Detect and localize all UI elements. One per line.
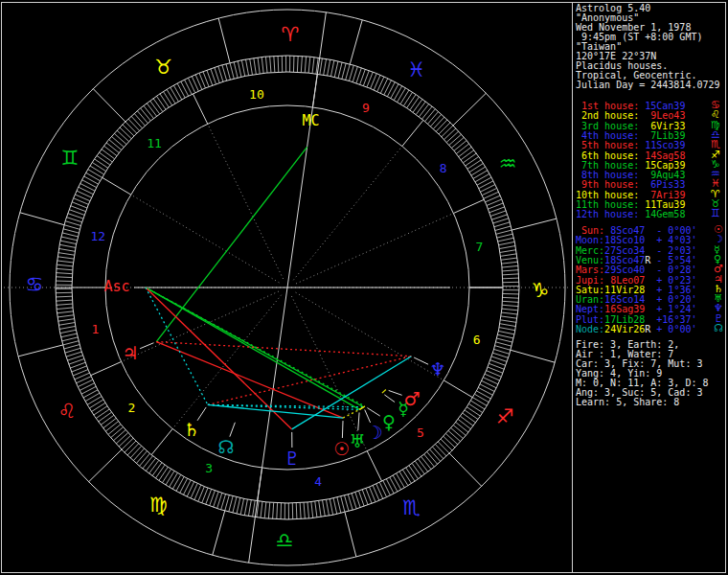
degree-tick bbox=[387, 82, 395, 97]
degree-tick bbox=[88, 170, 102, 178]
degree-tick bbox=[83, 390, 98, 398]
degree-tick bbox=[173, 85, 181, 100]
degree-tick bbox=[226, 64, 231, 80]
degree-tick bbox=[308, 57, 310, 73]
sign-boundary bbox=[20, 213, 64, 225]
degree-tick bbox=[109, 140, 122, 150]
degree-tick bbox=[399, 472, 408, 486]
sign-boundary bbox=[18, 345, 63, 356]
degree-tick bbox=[315, 501, 317, 518]
degree-tick bbox=[296, 503, 297, 519]
degree-tick bbox=[143, 456, 153, 469]
degree-tick bbox=[451, 428, 464, 439]
sign-boundary bbox=[449, 453, 482, 486]
mc-label: MC bbox=[302, 112, 319, 129]
degree-tick bbox=[464, 153, 477, 163]
degree-tick bbox=[86, 172, 101, 180]
degree-tick bbox=[278, 56, 279, 72]
degree-tick bbox=[427, 451, 438, 464]
degree-tick bbox=[170, 473, 178, 488]
degree-tick bbox=[61, 334, 78, 337]
degree-tick bbox=[353, 66, 357, 81]
degree-tick bbox=[461, 416, 474, 426]
house-cusp-divider bbox=[151, 428, 172, 454]
degree-tick bbox=[273, 503, 274, 519]
sign-boundary bbox=[512, 218, 557, 230]
degree-tick bbox=[58, 323, 75, 326]
degree-tick bbox=[183, 480, 191, 494]
sign-glyph-scorpio: ♏ bbox=[402, 496, 421, 519]
degree-tick bbox=[258, 58, 260, 74]
degree-tick bbox=[482, 188, 496, 195]
degree-tick bbox=[106, 143, 119, 153]
degree-tick bbox=[498, 331, 514, 334]
degree-tick bbox=[415, 461, 424, 474]
degree-tick bbox=[394, 86, 401, 101]
degree-tick bbox=[180, 478, 188, 493]
degree-tick bbox=[65, 348, 80, 353]
planet-glyph-mars: ♂ bbox=[403, 388, 420, 409]
degree-tick bbox=[481, 185, 495, 193]
degree-tick bbox=[409, 466, 419, 479]
degree-tick bbox=[300, 503, 301, 519]
degree-tick bbox=[501, 254, 517, 256]
degree-tick bbox=[475, 394, 489, 402]
planet-table-row: Moon:18Sco10 + 4°03' bbox=[576, 236, 696, 245]
degree-tick bbox=[495, 346, 511, 351]
degree-tick bbox=[56, 300, 72, 301]
degree-tick bbox=[248, 500, 251, 517]
degree-tick bbox=[494, 222, 510, 227]
degree-tick bbox=[499, 246, 515, 249]
degree-tick bbox=[270, 57, 271, 73]
degree-tick bbox=[383, 481, 391, 495]
house-cusp-line bbox=[172, 295, 282, 429]
degree-tick bbox=[503, 301, 519, 302]
sign-glyph-aquarius: ♒ bbox=[499, 152, 517, 175]
sign-glyph-leo: ♌ bbox=[57, 400, 76, 423]
degree-tick bbox=[125, 441, 136, 452]
degree-tick bbox=[66, 218, 81, 222]
planet-glyph-neptune: ♆ bbox=[429, 358, 445, 380]
planet-table-row: Mars:29Sco40 - 0°28' bbox=[576, 265, 696, 275]
degree-tick bbox=[503, 278, 519, 279]
degree-tick bbox=[469, 164, 483, 172]
sign-glyph-cancer: ♋ bbox=[26, 273, 44, 296]
degree-tick bbox=[56, 273, 72, 274]
degree-tick bbox=[334, 61, 338, 78]
degree-tick bbox=[57, 268, 73, 269]
degree-tick bbox=[492, 215, 508, 219]
degree-tick bbox=[402, 470, 411, 483]
degree-tick bbox=[117, 130, 129, 142]
degree-tick bbox=[67, 356, 82, 360]
house-cusp-divider bbox=[193, 94, 207, 124]
sign-boundary bbox=[511, 350, 555, 362]
degree-tick bbox=[94, 406, 107, 415]
degree-tick bbox=[57, 257, 74, 259]
degree-tick bbox=[496, 230, 512, 234]
degree-tick bbox=[446, 131, 459, 142]
degree-tick bbox=[498, 238, 514, 242]
degree-tick bbox=[133, 448, 144, 461]
house-cusp-line bbox=[296, 214, 453, 284]
degree-tick bbox=[62, 337, 79, 341]
degree-tick bbox=[111, 427, 124, 438]
degree-tick bbox=[453, 426, 466, 436]
degree-tick bbox=[311, 502, 313, 518]
degree-tick bbox=[81, 386, 96, 394]
house-cusp-divider bbox=[367, 451, 381, 481]
degree-tick bbox=[146, 458, 155, 471]
degree-tick bbox=[234, 62, 238, 79]
degree-tick bbox=[466, 407, 480, 416]
planet-pointer-mars bbox=[389, 390, 402, 395]
degree-tick bbox=[502, 309, 518, 310]
house-cusp-divider bbox=[402, 120, 423, 146]
degree-tick bbox=[92, 402, 105, 411]
degree-tick bbox=[494, 349, 510, 354]
degree-tick bbox=[140, 453, 150, 466]
degree-tick bbox=[323, 500, 326, 517]
sign-boundary bbox=[218, 18, 230, 63]
degree-tick bbox=[444, 128, 456, 140]
degree-tick bbox=[150, 101, 160, 114]
degree-tick bbox=[458, 419, 470, 428]
degree-tick bbox=[503, 297, 519, 298]
